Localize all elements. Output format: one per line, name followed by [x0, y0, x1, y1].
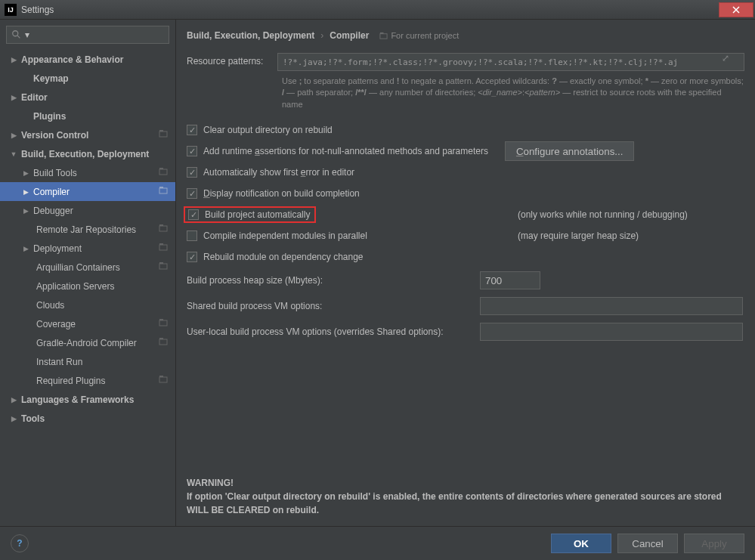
svg-rect-4 — [159, 168, 163, 169]
breadcrumb: Build, Execution, Deployment › Compiler … — [187, 30, 744, 41]
compile-parallel-label: Compile independent modules in parallel — [203, 230, 367, 241]
project-badge-icon — [159, 186, 168, 197]
project-badge-icon — [159, 224, 168, 235]
shared-vm-input[interactable] — [480, 297, 743, 315]
svg-rect-5 — [159, 188, 167, 193]
notify-build-label: Display notification on build completion — [203, 188, 360, 199]
project-badge-icon — [159, 318, 168, 330]
sidebar-item-app-servers[interactable]: Application Servers — [0, 277, 175, 295]
build-auto-checkbox[interactable] — [188, 209, 199, 220]
svg-rect-16 — [159, 338, 163, 339]
breadcrumb-root[interactable]: Build, Execution, Deployment — [187, 30, 314, 41]
svg-rect-7 — [159, 226, 167, 231]
window-title: Settings — [21, 5, 54, 15]
sidebar-item-build-tools[interactable]: ▶Build Tools — [0, 163, 175, 182]
ok-button[interactable]: OK — [551, 534, 611, 553]
add-runtime-checkbox[interactable] — [187, 146, 197, 156]
expand-icon[interactable]: ⤢ — [722, 53, 729, 63]
scope-indicator: For current project — [379, 31, 459, 40]
footer: ? OK Cancel Apply — [0, 526, 755, 560]
breadcrumb-sep: › — [320, 30, 323, 41]
project-badge-icon — [159, 261, 168, 273]
svg-rect-15 — [159, 339, 167, 345]
svg-rect-2 — [159, 130, 163, 131]
search-input[interactable]: ▾ — [6, 26, 169, 44]
svg-rect-11 — [159, 264, 167, 269]
sidebar-item-gradle-android[interactable]: Gradle-Android Compiler — [0, 333, 175, 352]
svg-rect-17 — [159, 377, 167, 382]
clear-output-checkbox[interactable] — [187, 125, 197, 135]
sidebar-item-arquillian[interactable]: Arquillian Containers — [0, 258, 175, 277]
build-auto-label: Build project automatically — [205, 209, 310, 220]
search-icon — [11, 29, 22, 40]
rebuild-dep-label: Rebuild module on dependency change — [203, 252, 364, 262]
svg-rect-10 — [159, 243, 163, 245]
auto-error-checkbox[interactable] — [187, 167, 197, 178]
sidebar-item-clouds[interactable]: Clouds — [0, 295, 175, 314]
add-runtime-label: Add runtime assertions for not-null-anno… — [203, 146, 488, 156]
svg-rect-19 — [380, 33, 387, 38]
resource-patterns-input[interactable] — [277, 53, 744, 71]
sidebar-item-plugins[interactable]: Plugins — [0, 107, 175, 125]
project-badge-icon — [159, 167, 168, 178]
svg-rect-12 — [159, 262, 163, 264]
apply-button[interactable]: Apply — [684, 534, 744, 553]
resource-patterns-label: Resource patterns: — [187, 53, 277, 67]
compile-parallel-note: (may require larger heap size) — [518, 230, 729, 241]
close-button[interactable] — [719, 2, 753, 17]
sidebar-item-tools[interactable]: ▶Tools — [0, 409, 175, 428]
svg-rect-13 — [159, 320, 167, 326]
svg-rect-20 — [380, 32, 384, 33]
heap-input[interactable] — [480, 271, 540, 289]
sidebar-item-editor[interactable]: ▶Editor — [0, 88, 175, 107]
warning-text: WARNING! If option 'Clear output directo… — [187, 476, 744, 526]
help-button[interactable]: ? — [11, 534, 29, 552]
sidebar: ▾ ▶Appearance & Behavior Keymap ▶Editor … — [0, 20, 176, 526]
user-vm-label: User-local build process VM options (ove… — [187, 326, 480, 337]
svg-rect-8 — [159, 224, 163, 226]
auto-error-label: Automatically show first error in editor — [203, 167, 354, 178]
sidebar-item-debugger[interactable]: ▶Debugger — [0, 201, 175, 220]
project-badge-icon — [159, 243, 168, 254]
sidebar-item-keymap[interactable]: Keymap — [0, 69, 175, 88]
svg-rect-9 — [159, 245, 167, 250]
project-badge-icon — [379, 32, 388, 40]
svg-rect-1 — [159, 131, 167, 137]
svg-point-0 — [13, 31, 18, 36]
sidebar-item-compiler[interactable]: ▶Compiler — [0, 182, 175, 201]
sidebar-item-build-exec-deploy[interactable]: ▼Build, Execution, Deployment — [0, 144, 175, 163]
svg-rect-14 — [159, 319, 163, 320]
project-badge-icon — [159, 129, 168, 141]
chevron-down-icon: ▾ — [25, 29, 29, 40]
sidebar-item-version-control[interactable]: ▶Version Control — [0, 125, 175, 144]
sidebar-item-coverage[interactable]: Coverage — [0, 314, 175, 333]
configure-annotations-button[interactable]: Configure annotations... — [505, 141, 635, 161]
cancel-button[interactable]: Cancel — [617, 534, 678, 553]
sidebar-item-appearance[interactable]: ▶Appearance & Behavior — [0, 50, 175, 69]
highlighted-option: Build project automatically — [184, 206, 316, 223]
sidebar-item-required-plugins[interactable]: Required Plugins — [0, 371, 175, 390]
sidebar-item-deployment[interactable]: ▶Deployment — [0, 239, 175, 258]
settings-tree: ▶Appearance & Behavior Keymap ▶Editor Pl… — [0, 50, 175, 428]
heap-label: Build process heap size (Mbytes): — [187, 275, 480, 286]
rebuild-dep-checkbox[interactable] — [187, 252, 197, 262]
build-auto-note: (only works while not running / debuggin… — [518, 209, 729, 220]
sidebar-item-remote-jar[interactable]: Remote Jar Repositories — [0, 220, 175, 239]
app-icon: IJ — [5, 4, 17, 16]
svg-rect-3 — [159, 169, 167, 175]
sidebar-item-languages[interactable]: ▶Languages & Frameworks — [0, 390, 175, 409]
titlebar: IJ Settings — [0, 0, 755, 20]
shared-vm-label: Shared build process VM options: — [187, 301, 480, 311]
sidebar-item-instant-run[interactable]: Instant Run — [0, 352, 175, 371]
project-badge-icon — [159, 375, 168, 386]
project-badge-icon — [159, 337, 168, 348]
compile-parallel-checkbox[interactable] — [187, 230, 197, 241]
main-panel: Build, Execution, Deployment › Compiler … — [176, 20, 755, 526]
notify-build-checkbox[interactable] — [187, 188, 197, 199]
svg-rect-6 — [159, 187, 163, 188]
clear-output-label: Clear output directory on rebuild — [203, 125, 333, 135]
breadcrumb-leaf: Compiler — [330, 30, 369, 41]
svg-rect-18 — [159, 376, 163, 377]
resource-patterns-hint: Use ; to separate patterns and ! to nega… — [282, 76, 744, 110]
user-vm-input[interactable] — [480, 323, 743, 341]
